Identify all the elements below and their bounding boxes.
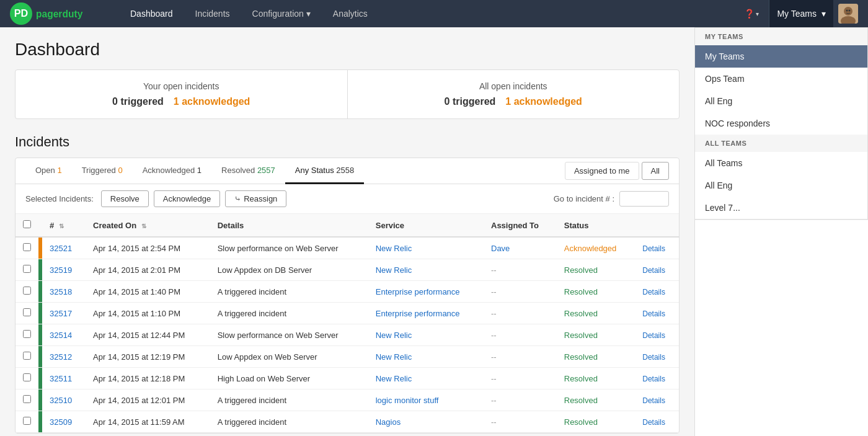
incident-id-link[interactable]: 32510 bbox=[50, 396, 72, 405]
row-checkbox[interactable] bbox=[23, 352, 31, 360]
dropdown-item-level7[interactable]: Level 7... bbox=[695, 197, 867, 219]
service-link[interactable]: Enterprise performance bbox=[376, 309, 460, 318]
incident-id-link[interactable]: 32509 bbox=[50, 417, 72, 427]
row-details: Low Appdex on DB Server bbox=[210, 259, 368, 281]
dropdown-item-my-teams[interactable]: My Teams bbox=[695, 45, 867, 68]
service-link[interactable]: New Relic bbox=[376, 244, 412, 253]
my-teams-dropdown[interactable]: My Teams ▾ bbox=[769, 0, 833, 27]
select-all-checkbox[interactable] bbox=[23, 220, 31, 228]
incident-id-link[interactable]: 32521 bbox=[50, 244, 72, 253]
tab-acknowledged[interactable]: Acknowledged 1 bbox=[133, 158, 211, 184]
row-checkbox-cell bbox=[16, 346, 38, 368]
incident-id-link[interactable]: 32519 bbox=[50, 265, 72, 275]
header-id[interactable]: # ⇅ bbox=[42, 214, 86, 237]
row-details-link[interactable]: Details bbox=[642, 353, 665, 362]
tab-resolved[interactable]: Resolved 2557 bbox=[211, 158, 285, 184]
row-details: A triggered incident bbox=[210, 411, 368, 433]
row-checkbox[interactable] bbox=[23, 287, 31, 295]
all-open-incidents-box: All open incidents 0 triggered 1 acknowl… bbox=[347, 70, 680, 118]
row-created-on: Apr 14, 2015 at 2:01 PM bbox=[86, 259, 210, 281]
row-details-link[interactable]: Details bbox=[642, 266, 665, 275]
go-to-label: Go to incident # : bbox=[554, 194, 614, 203]
row-assigned-to: -- bbox=[484, 411, 557, 433]
row-status: Resolved bbox=[557, 411, 636, 433]
svg-point-7 bbox=[849, 10, 851, 12]
dropdown-item-ops-team[interactable]: Ops Team bbox=[695, 68, 867, 90]
row-details-link[interactable]: Details bbox=[642, 331, 665, 340]
row-created-on: Apr 14, 2015 at 1:40 PM bbox=[86, 281, 210, 303]
row-checkbox[interactable] bbox=[23, 265, 31, 273]
row-service: logic monitor stuff bbox=[368, 389, 484, 411]
help-dropdown-icon: ▾ bbox=[756, 11, 759, 17]
assigned-person-link[interactable]: Dave bbox=[491, 244, 510, 253]
tab-triggered[interactable]: Triggered 0 bbox=[72, 158, 133, 184]
tab-open[interactable]: Open 1 bbox=[25, 158, 72, 184]
incident-id-link[interactable]: 32512 bbox=[50, 352, 72, 362]
row-service: New Relic bbox=[368, 346, 484, 368]
assigned-dash: -- bbox=[491, 352, 497, 362]
row-status: Resolved bbox=[557, 281, 636, 303]
row-checkbox-cell bbox=[16, 324, 38, 346]
row-details-link[interactable]: Details bbox=[642, 288, 665, 296]
service-link[interactable]: Enterprise performance bbox=[376, 287, 460, 296]
service-link[interactable]: New Relic bbox=[376, 352, 412, 362]
row-checkbox[interactable] bbox=[23, 243, 31, 251]
nav-analytics[interactable]: Analytics bbox=[322, 1, 379, 26]
service-link[interactable]: New Relic bbox=[376, 331, 412, 340]
header-actions bbox=[635, 214, 679, 237]
content-area: Dashboard Your open incidents 0 triggere… bbox=[0, 27, 694, 436]
incident-id-link[interactable]: 32514 bbox=[50, 331, 72, 340]
assigned-dash: -- bbox=[491, 265, 497, 275]
acknowledge-button[interactable]: Acknowledge bbox=[154, 190, 220, 207]
go-to-incident: Go to incident # : bbox=[554, 191, 669, 207]
row-details-link-cell: Details bbox=[635, 389, 679, 411]
row-service: New Relic bbox=[368, 237, 484, 259]
status-text: Resolved bbox=[564, 331, 598, 340]
dropdown-item-all-teams[interactable]: All Teams bbox=[695, 152, 867, 174]
help-button[interactable]: ❓ ▾ bbox=[739, 4, 764, 24]
incident-id-link[interactable]: 32517 bbox=[50, 309, 72, 318]
dropdown-item-all-eng-2[interactable]: All Eng bbox=[695, 174, 867, 197]
table-row: 32521 Apr 14, 2015 at 2:54 PM Slow perfo… bbox=[16, 237, 679, 259]
service-link[interactable]: logic monitor stuff bbox=[376, 396, 439, 405]
row-details-link[interactable]: Details bbox=[642, 375, 665, 383]
service-link[interactable]: New Relic bbox=[376, 374, 412, 383]
row-id: 32511 bbox=[42, 368, 86, 389]
row-details-link[interactable]: Details bbox=[642, 244, 665, 253]
table-row: 32519 Apr 14, 2015 at 2:01 PM Low Appdex… bbox=[16, 259, 679, 281]
incidents-toolbar: Selected Incidents: Resolve Acknowledge … bbox=[16, 184, 679, 214]
resolve-button[interactable]: Resolve bbox=[101, 190, 149, 207]
row-details-link[interactable]: Details bbox=[642, 418, 665, 427]
service-link[interactable]: New Relic bbox=[376, 265, 412, 275]
incident-id-link[interactable]: 32518 bbox=[50, 287, 72, 296]
all-stats: 0 triggered 1 acknowledged bbox=[363, 96, 665, 107]
pagerduty-logo-icon: PD bbox=[10, 2, 32, 25]
service-link[interactable]: Nagios bbox=[376, 417, 401, 427]
header-created-on[interactable]: Created On ⇅ bbox=[86, 214, 210, 237]
row-checkbox[interactable] bbox=[23, 330, 31, 338]
logo[interactable]: PD pagerduty bbox=[10, 2, 104, 25]
row-checkbox[interactable] bbox=[23, 373, 31, 381]
all-filter-button[interactable]: All bbox=[642, 162, 669, 180]
row-checkbox[interactable] bbox=[23, 395, 31, 403]
nav-dashboard[interactable]: Dashboard bbox=[119, 1, 184, 26]
row-details-link[interactable]: Details bbox=[642, 309, 665, 318]
tab-any-status[interactable]: Any Status 2558 bbox=[285, 158, 364, 184]
assigned-to-me-button[interactable]: Assigned to me bbox=[565, 162, 639, 180]
page-title: Dashboard bbox=[15, 40, 680, 60]
user-avatar[interactable] bbox=[838, 4, 858, 24]
row-details-link[interactable]: Details bbox=[642, 396, 665, 405]
reassign-button[interactable]: ⤷ Reassign bbox=[225, 190, 286, 207]
dropdown-item-noc-responders[interactable]: NOC responders bbox=[695, 112, 867, 135]
row-assigned-to: -- bbox=[484, 259, 557, 281]
row-checkbox[interactable] bbox=[23, 417, 31, 425]
nav-configuration[interactable]: Configuration ▾ bbox=[241, 1, 322, 26]
row-id: 32510 bbox=[42, 389, 86, 411]
go-to-input[interactable] bbox=[619, 191, 669, 207]
dropdown-item-all-eng[interactable]: All Eng bbox=[695, 90, 867, 112]
incident-id-link[interactable]: 32511 bbox=[50, 374, 72, 383]
reassign-icon: ⤷ bbox=[234, 194, 241, 203]
nav-incidents[interactable]: Incidents bbox=[184, 1, 241, 26]
row-checkbox[interactable] bbox=[23, 308, 31, 316]
row-checkbox-cell bbox=[16, 259, 38, 281]
